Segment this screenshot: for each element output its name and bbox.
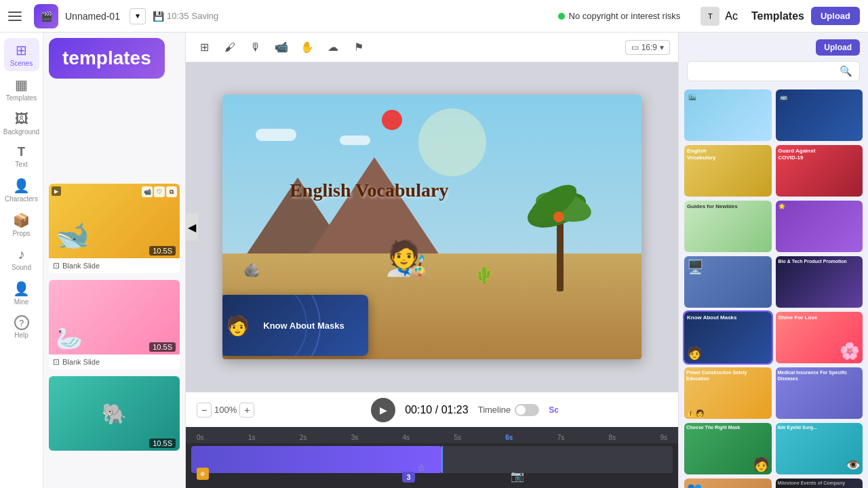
template-flower-icon: 🌸 <box>840 342 860 361</box>
aspect-ratio-btn[interactable]: ▭ 16:9 ▾ <box>625 40 670 55</box>
popup-character: 🧑 <box>226 314 250 337</box>
slide-duration-3: 10.5S <box>149 439 176 448</box>
slide-item-3[interactable]: 🐘 10.5S <box>49 376 180 451</box>
search-input[interactable] <box>694 66 835 77</box>
template-card-medical[interactable]: Medical Insurance For Specific Diseases <box>776 367 863 419</box>
save-icon: 💾 <box>153 11 164 22</box>
templates-right-panel: Upload 🔍 🏙️ 🚌 EnglishVocabulary Guard Ag… <box>678 33 868 488</box>
sidebar-item-help[interactable]: ? Help <box>4 311 39 343</box>
template-card-shine[interactable]: Shine For Love 🌸 <box>776 312 863 363</box>
cloud-right <box>340 136 370 145</box>
template-card-masks[interactable]: Know About Masks 🧑 <box>684 312 772 363</box>
sidebar-label-help: Help <box>14 331 28 339</box>
topbar: 🎬 Unnamed-01 ▼ 💾 10:35 Saving No copyrig… <box>0 0 868 33</box>
save-label: Saving <box>191 11 218 21</box>
search-box: 🔍 <box>687 61 860 81</box>
sidebar-item-scenes[interactable]: ⊞ Scenes <box>4 38 39 71</box>
timeline-toggle: Timeline <box>478 404 540 416</box>
popup-know-masks[interactable]: 🧑 Know About Masks <box>222 295 368 356</box>
time-display: 00:10 / 01:23 <box>405 404 468 416</box>
mark-6s: 6s <box>505 434 513 441</box>
menu-button[interactable] <box>8 7 27 26</box>
template-card-covid[interactable]: Guard AgainstCOVID-19 <box>776 145 863 197</box>
template-card-7[interactable]: 🖥️ <box>684 256 772 308</box>
time-current: 00:10 <box>405 404 432 415</box>
canvas-area: ⊞ 🖌 🎙 📹 ✋ ☁ ⚑ ▭ 16:9 ▾ ◀ <box>186 33 678 488</box>
scene-cactus: 🌵 <box>474 266 494 285</box>
timeline-track[interactable] <box>191 446 673 473</box>
play-button[interactable]: ▶ <box>371 398 395 422</box>
upload-button[interactable]: Upload <box>811 7 860 25</box>
scene-button[interactable]: Sc <box>549 405 559 415</box>
slide-item-1[interactable]: ▶ 📹 ♡ ⧉ 🐋 10.5S ⊡ Blank Slide <box>49 184 180 273</box>
mark-9s: 9s <box>660 434 667 441</box>
template-card-eyelid[interactable]: ible Eyelid Surg... 👁️ <box>776 423 863 474</box>
star-icon-timeline[interactable]: ☆ <box>417 462 426 473</box>
sidebar-item-props[interactable]: 📦 Props <box>4 208 39 241</box>
slide-name-2: Blank Slide <box>62 358 100 366</box>
template-card-english-vocab[interactable]: EnglishVocabulary <box>684 145 772 197</box>
template-content-1: 🏙️ <box>684 89 772 104</box>
flag-tool[interactable]: ⚑ <box>349 37 369 58</box>
sidebar-item-characters[interactable]: 👤 Characters <box>4 174 39 207</box>
scene-number-badge: 3 <box>402 472 414 483</box>
template-card-1[interactable]: 🏙️ <box>684 89 772 141</box>
search-icon[interactable]: 🔍 <box>840 65 852 77</box>
ratio-icon: ▭ <box>631 43 639 52</box>
slide-label-1: ⊡ Blank Slide <box>49 258 180 273</box>
rename-button[interactable]: ▼ <box>130 8 146 24</box>
template-card-safety[interactable]: Power Construction Safety Education ⚠️🧑 <box>684 367 772 419</box>
sidebar-item-sound[interactable]: ♪ Sound <box>4 243 39 275</box>
slide-item-2[interactable]: 🦢 10.5S ⊡ Blank Slide <box>49 280 180 369</box>
scenes-icon: ⊞ <box>16 42 27 58</box>
template-card-guides[interactable]: Guides for Newbies <box>684 201 772 252</box>
slide-thumbnail-1: ▶ 📹 ♡ ⧉ 🐋 10.5S <box>49 184 180 258</box>
save-status: 💾 10:35 Saving <box>153 11 218 22</box>
video-tool[interactable]: 📹 <box>271 37 292 58</box>
hand-tool[interactable]: ✋ <box>297 37 317 58</box>
cloud-tool[interactable]: ☁ <box>323 37 343 58</box>
camera-icon-timeline[interactable]: 📷 <box>511 470 524 483</box>
template-card-2[interactable]: 🚌 <box>776 89 863 141</box>
sidebar-label-sound: Sound <box>12 264 31 271</box>
document-title[interactable]: Unnamed-01 <box>65 11 120 22</box>
template-content-4: Guard AgainstCOVID-19 <box>776 145 863 165</box>
grid-tool[interactable]: ⊞ <box>194 37 214 58</box>
sidebar-item-templates[interactable]: ▦ Templates <box>4 73 39 106</box>
template-content-12: Medical Insurance For Specific Diseases <box>776 367 863 384</box>
brush-tool[interactable]: 🖌 <box>220 37 240 58</box>
mark-7s: 7s <box>557 434 565 441</box>
template-card-tech[interactable]: Bio & Tech Product Promotion <box>776 256 863 308</box>
template-card-milestone[interactable]: Milestone Events of Company <box>776 479 863 488</box>
templates-grid: 🏙️ 🚌 EnglishVocabulary Guard AgainstCOVI… <box>679 87 868 488</box>
insert-icon[interactable]: ⊕ <box>197 468 209 480</box>
zoom-out-btn[interactable]: − <box>197 403 212 418</box>
props-icon: 📦 <box>13 212 30 228</box>
template-card-mask2[interactable]: Choose The Right Mask 🧑 <box>684 423 772 474</box>
timeline-switch[interactable] <box>515 404 539 416</box>
main-area: ⊞ Scenes ▦ Templates 🖼 Background T Text… <box>0 33 868 488</box>
playhead[interactable] <box>441 446 443 473</box>
slide-thumbnail-2: 🦢 10.5S <box>49 280 180 354</box>
zoom-in-btn[interactable]: + <box>239 403 254 418</box>
template-card-15[interactable]: 👥 <box>684 479 772 488</box>
sidebar-item-background[interactable]: 🖼 Background <box>4 107 39 140</box>
blank-slide-icon-1: ⊡ <box>53 261 60 270</box>
slides-panel: templates ▶ 📹 ♡ ⧉ 🐋 10.5S ⊡ Blank Slide <box>43 33 186 488</box>
slide-duration-1: 10.5S <box>149 246 176 256</box>
timeline-label: Timeline <box>478 405 511 415</box>
sidebar-item-mine[interactable]: 👤 Mine <box>4 277 39 310</box>
template-card-6[interactable]: 🌟 <box>776 201 863 252</box>
template-content-11: Power Construction Safety Education <box>684 367 772 384</box>
zoom-control: − 100% + <box>197 403 254 418</box>
templates-header-row: Upload <box>687 39 860 56</box>
mark-4s: 4s <box>403 434 410 441</box>
slide-canvas[interactable]: English Vocabulary 🧑‍🎨 🪨 🌵 🧑 Know About … <box>222 95 642 359</box>
sidebar-label-text: Text <box>15 161 27 168</box>
sun-element <box>382 110 402 130</box>
sidebar-item-text[interactable]: T Text <box>4 141 39 172</box>
collapse-panel-btn[interactable]: ◀ <box>186 214 198 241</box>
track-filled <box>191 446 441 473</box>
mic-tool[interactable]: 🎙 <box>245 37 266 58</box>
upload-button-right[interactable]: Upload <box>816 39 860 56</box>
